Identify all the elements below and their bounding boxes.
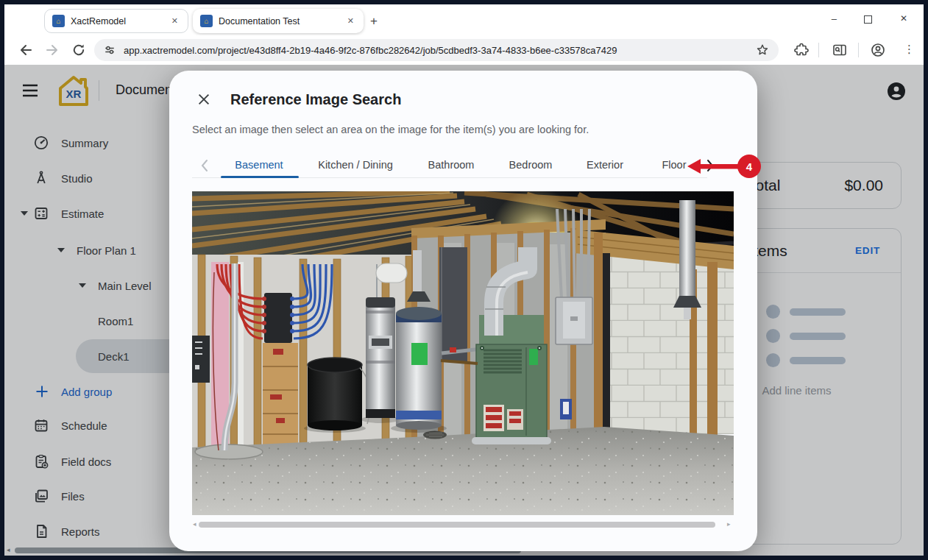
close-tab-icon[interactable]: ✕: [169, 15, 180, 27]
chrome-menu-icon[interactable]: ⋮: [904, 43, 915, 56]
tab-floor[interactable]: Floor: [662, 159, 686, 171]
step-annotation: 4: [684, 151, 767, 183]
window-close-button[interactable]: ✕: [900, 13, 907, 24]
dialog-subtitle: Select an image then select an area on t…: [192, 124, 589, 135]
dialog-title: Reference Image Search: [230, 91, 401, 108]
forward-icon[interactable]: [44, 42, 60, 58]
xactremodel-app: XR Documentation Test Summary Studio Est…: [4, 65, 924, 556]
url-text: app.xactremodel.com/project/e43d8ff4-2b1…: [124, 45, 755, 56]
browser-tab-xactremodel[interactable]: ⌂ XactRemodel ✕: [44, 9, 188, 33]
window-minimize-button[interactable]: –: [832, 13, 837, 24]
toolbar-divider: [818, 43, 819, 57]
basement-reference-image[interactable]: [192, 191, 734, 515]
profile-icon[interactable]: [870, 42, 886, 58]
url-bar[interactable]: app.xactremodel.com/project/e43d8ff4-2b1…: [94, 39, 779, 61]
tab-kitchen-dining[interactable]: Kitchen / Dining: [318, 159, 393, 171]
annotation-step-number: 4: [746, 160, 753, 173]
browser-toolbar: app.xactremodel.com/project/e43d8ff4-2b1…: [4, 35, 924, 65]
bookmark-star-icon[interactable]: [755, 43, 770, 57]
tabs-scroll-left-icon[interactable]: [200, 159, 209, 172]
browser-tab-strip: ⌂ XactRemodel ✕ ⌂ Documentation Test ✕ +…: [4, 4, 924, 35]
close-icon[interactable]: [197, 93, 210, 106]
refresh-icon[interactable]: [71, 42, 87, 58]
window-maximize-button[interactable]: [864, 15, 872, 24]
annotation-arrow-line: [698, 164, 743, 169]
back-icon[interactable]: [18, 42, 34, 58]
image-horizontal-scrollbar[interactable]: [199, 522, 715, 528]
toolbar-divider: [858, 43, 859, 57]
new-tab-button[interactable]: +: [370, 15, 378, 27]
tab-title: Documentation Test: [219, 16, 339, 26]
side-search-icon[interactable]: [832, 42, 848, 58]
close-tab-icon[interactable]: ✕: [345, 15, 356, 27]
image-scroll-left-arrow[interactable]: ◂: [193, 520, 196, 528]
xr-favicon-icon: ⌂: [52, 15, 65, 27]
image-scroll-right-arrow[interactable]: ▸: [727, 520, 731, 528]
active-tab-underline: [221, 176, 299, 178]
tab-exterior[interactable]: Exterior: [587, 159, 623, 171]
browser-window: ⌂ XactRemodel ✕ ⌂ Documentation Test ✕ +…: [0, 0, 928, 560]
tab-title: XactRemodel: [71, 16, 163, 26]
tab-bathroom[interactable]: Bathroom: [428, 159, 475, 171]
tab-basement[interactable]: Basement: [235, 159, 283, 171]
tab-bedroom[interactable]: Bedroom: [509, 159, 553, 171]
extensions-icon[interactable]: [793, 42, 810, 58]
xr-favicon-icon: ⌂: [200, 15, 213, 27]
browser-tab-documentation-test[interactable]: ⌂ Documentation Test ✕: [193, 9, 364, 33]
reference-image-search-dialog: Reference Image Search Select an image t…: [169, 71, 757, 551]
site-settings-icon[interactable]: [103, 43, 116, 57]
